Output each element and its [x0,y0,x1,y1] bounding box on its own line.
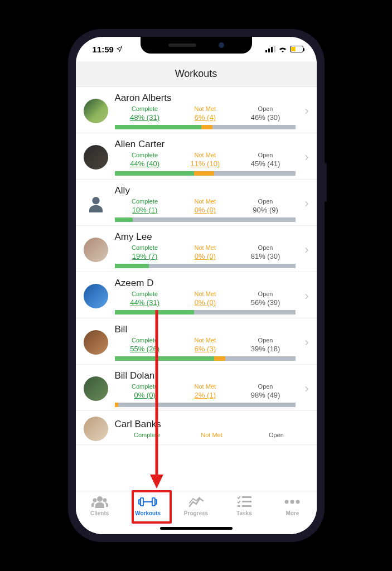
client-name: Amy Lee [115,231,296,243]
svg-rect-16 [242,501,251,502]
client-row[interactable]: AllyComplete10% (1)Not Met0% (0)Open90% … [76,180,317,226]
chevron-right-icon: › [302,243,308,257]
progress-bar [115,217,296,222]
chevron-right-icon: › [302,289,308,303]
stat-label-notmet: Not Met [180,432,244,438]
svg-rect-17 [242,505,251,507]
stat-value-complete: 19% (7) [132,252,158,260]
stat-value-complete: 55% (26) [130,345,159,353]
tab-more[interactable]: More [268,495,316,534]
stat-value-notmet: 0% (0) [195,298,216,307]
chevron-right-icon: › [302,196,308,211]
tab-label: Clients [90,510,109,516]
stat-value-notmet: 2% (1) [195,391,216,399]
svg-rect-0 [265,50,267,52]
stat-label-notmet: Not Met [175,244,235,251]
client-row[interactable]: Carl BanksCompleteNot MetOpen [76,411,317,445]
stat-value-open: 39% (18) [251,345,280,353]
stat-label-complete: Complete [115,337,175,343]
stat-value-open: 90% (9) [253,206,278,214]
stat-value-notmet: 6% (3) [195,345,216,353]
svg-rect-3 [274,46,275,52]
client-row[interactable]: Aaron AlbertsComplete48% (31)Not Met6% (… [76,87,317,133]
stat-label-complete: Complete [115,244,175,251]
chevron-right-icon: › [302,150,308,164]
client-name: Bill [115,324,296,335]
stat-label-complete: Complete [115,152,175,158]
stat-value-complete: 48% (31) [130,113,159,122]
chevron-right-icon: › [302,335,308,350]
client-row[interactable]: BillComplete55% (26)Not Met6% (3)Open39%… [76,318,317,365]
stat-label-open: Open [235,105,296,112]
client-row[interactable]: Allen CarterComplete44% (40)Not Met11% (… [76,133,317,180]
tab-label: Progress [184,510,208,516]
tab-label: More [285,510,299,516]
client-row[interactable]: Amy LeeComplete19% (7)Not Met0% (0)Open8… [76,226,317,272]
stat-label-notmet: Not Met [175,198,235,205]
avatar [84,376,108,401]
progress-bar [115,356,296,361]
wifi-icon [278,46,287,52]
chevron-right-icon: › [302,104,308,118]
notch [141,37,252,54]
svg-point-21 [296,500,300,504]
stat-value-complete: 0% (0) [134,391,155,399]
client-name: Carl Banks [115,419,309,430]
battery-icon [290,46,303,52]
tab-label: Tasks [236,510,252,516]
svg-rect-2 [271,47,273,52]
client-name: Azeem D [115,278,296,289]
svg-rect-18 [238,505,240,507]
tab-bar: Clients Workouts [76,491,317,534]
client-name: Bill Dolan [115,370,296,381]
stat-label-notmet: Not Met [175,291,235,297]
stat-label-open: Open [235,198,296,205]
progress-bar [115,310,296,314]
stat-label-open: Open [244,432,309,438]
stat-label-complete: Complete [115,383,175,390]
checklist-icon [237,495,251,509]
avatar [84,330,108,355]
client-row[interactable]: Bill DolanComplete0% (0)Not Met2% (1)Ope… [76,365,317,411]
stat-label-notmet: Not Met [175,152,235,158]
stat-label-complete: Complete [115,432,180,438]
client-name: Aaron Alberts [115,93,296,104]
stat-value-notmet: 11% (10) [190,159,220,168]
stat-label-complete: Complete [115,105,175,112]
location-icon [116,45,123,54]
client-name: Allen Carter [115,139,296,150]
stat-label-open: Open [235,244,296,251]
avatar [84,417,108,441]
stat-value-open: 56% (39) [251,298,280,307]
stat-label-notmet: Not Met [175,337,235,343]
stat-label-open: Open [235,383,296,390]
status-time: 11:59 [93,45,114,54]
stat-value-open: 45% (41) [251,159,280,168]
chevron-right-icon: › [302,381,308,396]
client-list: Aaron AlbertsComplete48% (31)Not Met6% (… [76,87,317,491]
stat-label-complete: Complete [115,198,175,205]
cellular-icon [265,46,275,52]
stat-label-open: Open [235,291,296,297]
svg-point-19 [285,500,289,504]
more-icon [284,495,300,509]
stat-value-notmet: 0% (0) [195,206,216,214]
stat-label-notmet: Not Met [175,383,235,390]
avatar [84,145,108,170]
avatar [84,99,108,123]
svg-point-8 [93,499,96,502]
svg-point-20 [291,500,294,504]
phone-frame: 11:59 [68,29,325,542]
client-row[interactable]: Azeem DComplete44% (31)Not Met0% (0)Open… [76,272,317,318]
progress-bar [115,264,296,268]
svg-point-7 [97,496,103,502]
highlight-annotation [132,490,172,524]
stat-value-open: 46% (30) [251,113,280,122]
stat-value-complete: 44% (31) [130,298,159,307]
progress-bar [115,125,296,129]
svg-point-9 [103,499,107,502]
screen: 11:59 [76,37,317,534]
tab-clients[interactable]: Clients [76,495,124,534]
stat-label-notmet: Not Met [175,105,235,112]
home-indicator[interactable] [160,527,233,530]
